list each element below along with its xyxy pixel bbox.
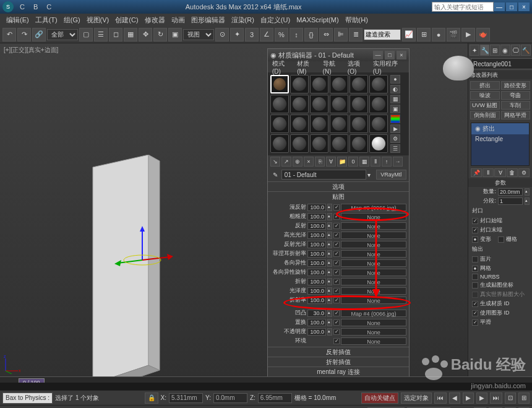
z-input[interactable] [258, 393, 292, 403]
segments-spinner[interactable]: ▴ [525, 197, 530, 205]
get-material-button[interactable]: ↘ [270, 157, 280, 167]
show-end-result-button[interactable]: Ⅱ [371, 157, 380, 167]
map-spinner[interactable]: ▴ [327, 278, 332, 285]
map-slot-button[interactable]: None [341, 259, 406, 267]
map-slot-button[interactable]: None [341, 319, 406, 326]
stack-item-extrude[interactable]: ◉ 挤出 [471, 123, 529, 134]
map-slot-button[interactable]: None [341, 337, 406, 345]
undo-button[interactable]: ↶ [2, 28, 16, 41]
material-slot[interactable] [290, 95, 309, 113]
minimize-button[interactable]: — [494, 2, 505, 11]
maps-rollout[interactable]: 贴图 [268, 191, 409, 201]
map-amount[interactable]: 100.0 [307, 222, 326, 230]
material-slot[interactable] [350, 134, 368, 153]
smooth-check[interactable]: ✓ [472, 319, 478, 326]
put-library-button[interactable]: 📁 [337, 157, 347, 167]
amount-spinner[interactable]: ▴ [525, 188, 530, 196]
selected-obj-button[interactable]: 选定对象 [401, 393, 432, 404]
mat-menu-nav[interactable]: 导航(N) [321, 59, 345, 75]
material-name-input[interactable] [281, 170, 366, 180]
window-crossing-button[interactable]: ▦ [124, 28, 137, 41]
y-input[interactable] [213, 393, 247, 403]
material-slot[interactable] [310, 75, 328, 93]
patch-radio[interactable] [472, 256, 478, 263]
map-enable-check[interactable]: ✓ [333, 319, 340, 326]
material-slot[interactable] [350, 115, 368, 133]
cap-end-check[interactable]: ✓ [472, 227, 478, 233]
map-spinner[interactable]: ▴ [327, 204, 332, 211]
material-slot[interactable] [270, 115, 289, 133]
curve-editor-button[interactable]: 📈 [402, 28, 416, 41]
use-shape-check[interactable]: ✓ [472, 310, 478, 316]
help-search-input[interactable] [432, 2, 494, 12]
go-forward-button[interactable]: → [393, 157, 403, 167]
mod-meshsmooth[interactable]: 网格平滑 [501, 111, 531, 119]
map-enable-check[interactable]: ✓ [333, 269, 340, 276]
material-slot[interactable] [369, 134, 388, 153]
menu-graph[interactable]: 图形编辑器 [189, 15, 228, 25]
make-copy-button[interactable]: ⎘ [315, 157, 325, 167]
options-rollout[interactable]: 选项 [268, 181, 409, 191]
menu-maxscript[interactable]: MAXScript(M) [294, 16, 341, 24]
material-slot[interactable] [369, 75, 388, 93]
menu-modifiers[interactable]: 修改器 [142, 15, 168, 25]
material-slot[interactable] [310, 134, 328, 153]
stack-item-rectangle[interactable]: Rectangle [471, 134, 529, 144]
go-parent-button[interactable]: ↑ [382, 157, 392, 167]
material-slot[interactable] [310, 95, 328, 113]
map-enable-check[interactable]: ✓ [333, 214, 340, 220]
mod-uvwmap[interactable]: UVW 贴图 [470, 101, 500, 110]
align-button[interactable]: ⊫ [334, 28, 348, 41]
bake-physics-button[interactable]: Bax to Physics : [2, 393, 53, 404]
map-slot-button[interactable]: None [341, 278, 406, 285]
material-slot[interactable] [350, 95, 368, 113]
render-setup-button[interactable]: 🎬 [447, 28, 460, 41]
material-slot[interactable] [330, 95, 348, 113]
lock-icon[interactable]: 🔒 [145, 393, 158, 404]
map-enable-check[interactable]: ✓ [333, 204, 340, 211]
qat-item[interactable]: B [30, 2, 41, 12]
redo-button[interactable]: ↷ [17, 28, 31, 41]
play-next-button[interactable]: ▶ [476, 393, 487, 404]
menu-customize[interactable]: 自定义(U) [258, 15, 293, 25]
display-tab[interactable]: 🖵 [511, 45, 521, 56]
viewport-label[interactable]: [+][正交][真实+边面] [4, 46, 58, 54]
menu-rendering[interactable]: 渲染(R) [229, 15, 257, 25]
map-enable-check[interactable]: ✓ [333, 297, 340, 303]
close-button[interactable]: × [518, 2, 530, 11]
mod-bevelprofile[interactable]: 倒角剖面 [470, 111, 500, 119]
material-id-button[interactable]: 0 [348, 157, 358, 167]
reset-button[interactable]: × [304, 157, 314, 167]
manipulate-button[interactable]: ✦ [230, 28, 244, 41]
mod-bend[interactable]: 弯曲 [501, 91, 531, 100]
menu-create[interactable]: 创建(C) [113, 15, 140, 25]
layer-button[interactable]: ≣ [349, 28, 363, 41]
menu-help[interactable]: 帮助(H) [343, 15, 371, 25]
map-spinner[interactable]: ▴ [327, 250, 332, 258]
maximize-button[interactable]: □ [506, 2, 517, 11]
hierarchy-tab[interactable]: ⊞ [490, 45, 500, 56]
play-button[interactable]: ▶ [463, 393, 474, 404]
scale-button[interactable]: ▣ [168, 28, 182, 41]
refract-interp-rollout[interactable]: 折射插值 [268, 357, 409, 367]
remove-mod-button[interactable]: 🗑 [507, 168, 518, 177]
named-sets-button[interactable]: {} [304, 28, 318, 41]
preview-button[interactable]: ▶ [390, 124, 400, 133]
ref-coord-select[interactable]: 视图 [183, 29, 214, 40]
map-slot-button[interactable]: None [341, 287, 406, 295]
material-slot[interactable] [290, 75, 309, 93]
play-prev-button[interactable]: ◀ [449, 393, 460, 404]
morph-radio[interactable]: ● [472, 237, 478, 243]
show-end-button[interactable]: Ⅱ [483, 168, 494, 177]
utilities-tab[interactable]: 🔨 [521, 45, 531, 56]
material-editor-button[interactable]: ● [432, 28, 445, 41]
percent-snap-button[interactable]: % [275, 28, 288, 41]
viewcube[interactable] [443, 56, 474, 80]
map-slot-button[interactable]: None [341, 222, 406, 230]
backlight-button[interactable]: ◐ [390, 85, 400, 93]
mod-lathe[interactable]: 车削 [501, 101, 531, 110]
material-type-button[interactable]: VRayMtl [376, 170, 406, 180]
mat-menu-options[interactable]: 选项(O) [346, 59, 370, 75]
map-slot-button[interactable]: None [341, 328, 406, 336]
material-slot[interactable] [290, 115, 309, 133]
